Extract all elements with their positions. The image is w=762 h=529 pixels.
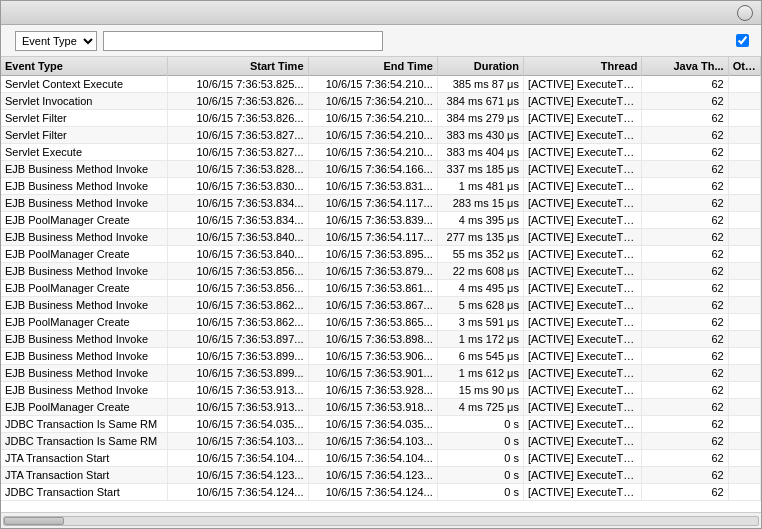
table-cell: 384 ms 671 μs xyxy=(437,93,523,110)
table-cell: 10/6/15 7:36:53.840... xyxy=(168,229,308,246)
table-cell: 10/6/15 7:36:53.865... xyxy=(308,314,437,331)
table-cell: 4 ms 725 μs xyxy=(437,399,523,416)
table-cell xyxy=(728,195,760,212)
table-cell: 3 ms 591 μs xyxy=(437,314,523,331)
table-row[interactable]: EJB PoolManager Create10/6/15 7:36:53.85… xyxy=(1,280,761,297)
table-cell: 62 xyxy=(642,416,728,433)
table-cell: 383 ms 404 μs xyxy=(437,144,523,161)
table-cell: 0 s xyxy=(437,450,523,467)
table-cell: 0 s xyxy=(437,467,523,484)
table-cell: 62 xyxy=(642,127,728,144)
table-cell xyxy=(728,212,760,229)
col-header-duration[interactable]: Duration xyxy=(437,57,523,76)
show-operative-checkbox[interactable] xyxy=(736,34,749,47)
table-row[interactable]: EJB Business Method Invoke10/6/15 7:36:5… xyxy=(1,382,761,399)
title-bar xyxy=(1,1,761,25)
table-cell: 10/6/15 7:36:53.928... xyxy=(308,382,437,399)
table-cell: [ACTIVE] ExecuteThr... xyxy=(523,212,642,229)
hscroll-track[interactable] xyxy=(3,516,759,526)
table-cell xyxy=(728,127,760,144)
table-cell xyxy=(728,178,760,195)
table-cell: [ACTIVE] ExecuteThread: '13' for queue: … xyxy=(523,144,642,161)
table-row[interactable]: EJB Business Method Invoke10/6/15 7:36:5… xyxy=(1,263,761,280)
table-cell xyxy=(728,331,760,348)
table-cell: 10/6/15 7:36:54.123... xyxy=(168,467,308,484)
table-cell: 55 ms 352 μs xyxy=(437,246,523,263)
table-row[interactable]: EJB Business Method Invoke10/6/15 7:36:5… xyxy=(1,348,761,365)
table-cell: 10/6/15 7:36:54.103... xyxy=(308,433,437,450)
col-header-java-th[interactable]: Java Th... xyxy=(642,57,728,76)
table-cell xyxy=(728,93,760,110)
table-row[interactable]: EJB Business Method Invoke10/6/15 7:36:5… xyxy=(1,229,761,246)
table-row[interactable]: Servlet Context Execute10/6/15 7:36:53.8… xyxy=(1,76,761,93)
table-cell: 0 s xyxy=(437,416,523,433)
table-cell: 385 ms 87 μs xyxy=(437,76,523,93)
table-cell: [ACTIVE] ExecuteThr... xyxy=(523,365,642,382)
col-header-end-time[interactable]: End Time xyxy=(308,57,437,76)
table-cell: EJB Business Method Invoke xyxy=(1,178,168,195)
table-row[interactable]: EJB Business Method Invoke10/6/15 7:36:5… xyxy=(1,331,761,348)
col-header-thread[interactable]: Thread xyxy=(523,57,642,76)
table-cell: 10/6/15 7:36:53.895... xyxy=(308,246,437,263)
table-cell: 10/6/15 7:36:53.901... xyxy=(308,365,437,382)
table-cell: 10/6/15 7:36:53.834... xyxy=(168,212,308,229)
table-row[interactable]: JDBC Transaction Is Same RM10/6/15 7:36:… xyxy=(1,433,761,450)
table-scroll-area[interactable]: Servlet Context Execute10/6/15 7:36:53.8… xyxy=(1,76,761,512)
table-row[interactable]: EJB PoolManager Create10/6/15 7:36:53.83… xyxy=(1,212,761,229)
table-row[interactable]: EJB Business Method Invoke10/6/15 7:36:5… xyxy=(1,195,761,212)
table-cell xyxy=(728,110,760,127)
horizontal-scrollbar[interactable] xyxy=(1,512,761,528)
table-cell: [ACTIVE] ExecuteThr... xyxy=(523,297,642,314)
table-row[interactable]: EJB Business Method Invoke10/6/15 7:36:5… xyxy=(1,178,761,195)
table-row[interactable]: Servlet Filter10/6/15 7:36:53.826...10/6… xyxy=(1,110,761,127)
table-cell: 10/6/15 7:36:54.035... xyxy=(308,416,437,433)
table-cell: 62 xyxy=(642,314,728,331)
col-header-ot[interactable]: Ot ▲ xyxy=(728,57,760,76)
table-cell: [ACTIVE] ExecuteThr... xyxy=(523,93,642,110)
table-cell: 10/6/15 7:36:54.117... xyxy=(308,195,437,212)
table-cell: 10/6/15 7:36:53.840... xyxy=(168,246,308,263)
table-row[interactable]: JTA Transaction Start10/6/15 7:36:54.123… xyxy=(1,467,761,484)
table-row[interactable]: EJB PoolManager Create10/6/15 7:36:53.84… xyxy=(1,246,761,263)
table-row[interactable]: EJB Business Method Invoke10/6/15 7:36:5… xyxy=(1,161,761,178)
table-row[interactable]: EJB PoolManager Create10/6/15 7:36:53.91… xyxy=(1,399,761,416)
table-cell: EJB Business Method Invoke xyxy=(1,331,168,348)
table-cell: 10/6/15 7:36:53.827... xyxy=(168,127,308,144)
table-cell: 62 xyxy=(642,348,728,365)
table-cell xyxy=(728,382,760,399)
table-cell xyxy=(728,467,760,484)
filter-column-select[interactable]: Event Type Start Time End Time Duration … xyxy=(15,31,97,51)
table-row[interactable]: EJB Business Method Invoke10/6/15 7:36:5… xyxy=(1,297,761,314)
table-container: Event Type Start Time End Time Duration … xyxy=(1,57,761,512)
table-cell: 62 xyxy=(642,76,728,93)
table-row[interactable]: Servlet Filter10/6/15 7:36:53.827...10/6… xyxy=(1,127,761,144)
table-cell: EJB Business Method Invoke xyxy=(1,382,168,399)
hscroll-thumb[interactable] xyxy=(4,517,64,525)
table-cell: 10/6/15 7:36:54.104... xyxy=(308,450,437,467)
table-cell: 62 xyxy=(642,297,728,314)
table-cell: 62 xyxy=(642,144,728,161)
help-button[interactable] xyxy=(737,5,753,21)
table-row[interactable]: JTA Transaction Start10/6/15 7:36:54.104… xyxy=(1,450,761,467)
table-cell: 337 ms 185 μs xyxy=(437,161,523,178)
table-cell: [ACTIVE] ExecuteThr... xyxy=(523,467,642,484)
show-operative-checkbox-label[interactable] xyxy=(736,34,753,47)
col-header-event-type[interactable]: Event Type xyxy=(1,57,168,76)
table-row[interactable]: EJB Business Method Invoke10/6/15 7:36:5… xyxy=(1,365,761,382)
table-cell: Servlet Filter xyxy=(1,110,168,127)
col-header-start-time[interactable]: Start Time xyxy=(168,57,308,76)
table-cell: 0 s xyxy=(437,484,523,501)
table-cell: 62 xyxy=(642,93,728,110)
table-row[interactable]: EJB PoolManager Create10/6/15 7:36:53.86… xyxy=(1,314,761,331)
table-cell: 10/6/15 7:36:54.123... xyxy=(308,467,437,484)
table-cell: 10/6/15 7:36:54.124... xyxy=(168,484,308,501)
table-cell: 10/6/15 7:36:54.210... xyxy=(308,144,437,161)
table-row[interactable]: JDBC Transaction Is Same RM10/6/15 7:36:… xyxy=(1,416,761,433)
table-cell: 10/6/15 7:36:54.117... xyxy=(308,229,437,246)
table-row[interactable]: Servlet Invocation10/6/15 7:36:53.826...… xyxy=(1,93,761,110)
table-row[interactable]: Servlet Execute10/6/15 7:36:53.827...10/… xyxy=(1,144,761,161)
table-cell: [ACTIVE] ExecuteThr... xyxy=(523,382,642,399)
filter-input[interactable] xyxy=(103,31,383,51)
table-row[interactable]: JDBC Transaction Start10/6/15 7:36:54.12… xyxy=(1,484,761,501)
table-cell: 10/6/15 7:36:53.906... xyxy=(308,348,437,365)
